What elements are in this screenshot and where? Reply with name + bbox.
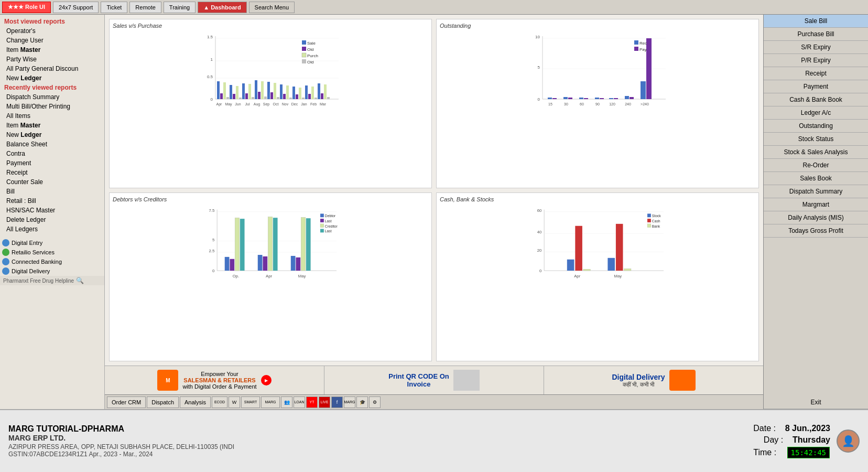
svg-text:May: May [298, 273, 306, 278]
sidebar-item-hsn-sac[interactable]: HSN/SAC Master [0, 206, 104, 215]
order-crm-button[interactable]: Order CRM [107, 396, 146, 408]
recently-viewed-title: Recently viewed reports [0, 83, 104, 92]
right-btn-reorder[interactable]: Re-Order [764, 159, 868, 172]
right-btn-dispatch-summary[interactable]: Dispatch Summary [764, 185, 868, 198]
digital-entry-icon [2, 239, 9, 246]
right-btn-gross-profit[interactable]: Todays Gross Profit [764, 224, 868, 238]
dashboard-button[interactable]: ▲ Dashboard [198, 2, 246, 13]
sidebar-item-balance-sheet[interactable]: Balance Sheet [0, 140, 104, 149]
svg-rect-93 [634, 40, 638, 45]
svg-text:7.5: 7.5 [209, 208, 215, 212]
right-btn-ledger-ac[interactable]: Ledger A/c [764, 106, 868, 120]
sidebar-item-dispatch-summary[interactable]: Dispatch Summary [0, 92, 104, 102]
loan-icon[interactable]: LOAN [294, 396, 305, 408]
svg-rect-14 [233, 94, 235, 99]
right-btn-sale-bill[interactable]: Sale Bill [764, 15, 868, 28]
sidebar-item-retail-bill[interactable]: Retail : Bill [0, 196, 104, 206]
sidebar-item-item-master-1[interactable]: Item Master [0, 45, 104, 55]
sidebar-item-delete-ledger[interactable]: Delete Ledger [0, 215, 104, 224]
svg-rect-26 [270, 92, 273, 99]
right-btn-sr-expiry[interactable]: S/R Expiry [764, 41, 868, 54]
svg-text:Apr: Apr [574, 273, 580, 278]
live-icon[interactable]: LIVE [319, 396, 330, 408]
svg-text:0: 0 [539, 268, 541, 273]
connected-banking-btn[interactable]: Connected Banking [0, 257, 104, 266]
retailio-services-btn[interactable]: Retailio Services [0, 248, 104, 257]
graduation-icon[interactable]: 🎓 [356, 396, 368, 408]
sidebar-item-multi-bill[interactable]: Multi Bill/Other Printing [0, 102, 104, 111]
facebook-icon[interactable]: f [331, 396, 343, 408]
ad-panel-2[interactable]: Print QR CODE On Invoice [324, 366, 544, 394]
training-button[interactable]: Training [164, 2, 196, 13]
ticket-button[interactable]: Ticket [101, 2, 127, 13]
right-btn-exit[interactable]: Exit [764, 396, 868, 409]
sidebar-item-bill[interactable]: Bill [0, 187, 104, 196]
sidebar-item-all-ledgers[interactable]: All Ledgers [0, 224, 104, 234]
digital-delivery-btn[interactable]: Digital Delivery [0, 266, 104, 276]
right-btn-sales-book[interactable]: Sales Book [764, 172, 868, 185]
dispatch-button[interactable]: Dispatch [147, 396, 179, 408]
svg-rect-140 [583, 269, 591, 271]
sidebar-item-counter-sale[interactable]: Counter Sale [0, 177, 104, 187]
main-layout: Most viewed reports Operator's Change Us… [0, 15, 868, 409]
right-btn-stock-sales[interactable]: Stock & Sales Analysis [764, 146, 868, 159]
sidebar-item-party-discount[interactable]: All Party General Discoun [0, 64, 104, 73]
right-btn-payment[interactable]: Payment [764, 80, 868, 93]
youtube-icon[interactable]: YT [306, 396, 318, 408]
smart-doc-icon[interactable]: SMART [241, 396, 260, 408]
ad-panel-3[interactable]: Digital Delivery कहीं भी, कभी भी [544, 366, 763, 394]
svg-rect-63 [302, 59, 306, 63]
svg-rect-114 [291, 255, 296, 270]
svg-rect-115 [296, 257, 300, 270]
right-btn-purchase-bill[interactable]: Purchase Bill [764, 28, 868, 41]
svg-text:0: 0 [211, 97, 213, 102]
svg-rect-21 [255, 80, 257, 99]
outstanding-chart: Outstanding 10 5 0 [436, 19, 759, 188]
svg-rect-73 [552, 98, 557, 99]
digital-entry-btn[interactable]: Digital Entry [0, 238, 104, 248]
time-label: Time : [753, 448, 776, 457]
right-btn-receipt[interactable]: Receipt [764, 67, 868, 80]
right-btn-cash-bank-book[interactable]: Cash & Bank Book [764, 93, 868, 106]
role-button[interactable]: ★★★ Role UI [2, 2, 51, 13]
sidebar-item-item-master-2[interactable]: Item Master [0, 121, 104, 130]
svg-rect-107 [230, 259, 234, 270]
analysis-button[interactable]: Analysis [180, 396, 211, 408]
right-btn-pr-expiry[interactable]: P/R Expiry [764, 54, 868, 67]
svg-rect-111 [263, 256, 267, 270]
right-btn-margmart[interactable]: Margmart [764, 198, 868, 211]
ad-panel-1[interactable]: M Empower Your SALESMAN & RETAILERS with… [105, 366, 324, 394]
sidebar-item-payment[interactable]: Payment [0, 158, 104, 168]
sidebar-item-new-ledger-2[interactable]: New Ledger [0, 130, 104, 140]
svg-text:Jun: Jun [235, 102, 241, 106]
sidebar-item-party-wise[interactable]: Party Wise [0, 55, 104, 64]
sidebar-item-all-items[interactable]: All Items [0, 111, 104, 121]
right-panel: Sale Bill Purchase Bill S/R Expiry P/R E… [763, 15, 868, 409]
ecod-icon[interactable]: ECOD [212, 396, 227, 408]
pharmanxt-bar[interactable]: Pharmanxt Free Drug Helpline 🔍 [0, 276, 104, 285]
topbar: ★★★ Role UI 24x7 Support Ticket Remote T… [0, 0, 868, 15]
company-address: AZIRPUR PRESS AREA, OPP, NETAJI SUBHASH … [8, 443, 234, 450]
sidebar-item-new-ledger-1[interactable]: New Ledger [0, 73, 104, 83]
svg-rect-23 [261, 81, 264, 99]
marg-news-icon[interactable]: MARG [344, 396, 355, 408]
gear-icon[interactable]: ⚙ [369, 396, 381, 408]
date-value: 8 Jun.,2023 [785, 424, 830, 433]
user-avatar[interactable]: 👤 [837, 430, 860, 453]
right-btn-outstanding[interactable]: Outstanding [764, 120, 868, 133]
sidebar-item-change-user[interactable]: Change User [0, 36, 104, 45]
right-btn-daily-analysis[interactable]: Daily Analysis (MIS) [764, 211, 868, 224]
sidebar-item-receipt[interactable]: Receipt [0, 168, 104, 177]
sidebar-item-contra[interactable]: Contra [0, 149, 104, 158]
svg-rect-121 [320, 213, 324, 217]
search-menu-button[interactable]: Search Menu [249, 2, 295, 13]
right-btn-stock-status[interactable]: Stock Status [764, 133, 868, 146]
svg-text:Rec: Rec [639, 41, 647, 46]
marg-books-icon[interactable]: MARG [261, 396, 280, 408]
debtors-creditors-chart: Debtors v/s Creditors 7.5 5 2.5 0 [109, 192, 432, 362]
people-icon[interactable]: 👥 [281, 396, 292, 408]
remote-button[interactable]: Remote [129, 2, 161, 13]
support-button[interactable]: 24x7 Support [53, 2, 99, 13]
sidebar-item-operators[interactable]: Operator's [0, 26, 104, 36]
word-icon[interactable]: W [229, 396, 240, 408]
